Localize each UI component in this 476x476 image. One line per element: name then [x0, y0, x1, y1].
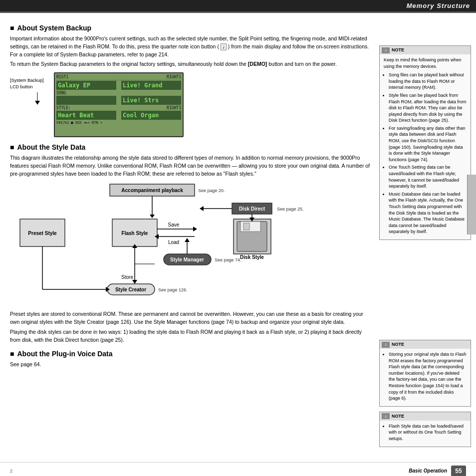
right-column: ♫ NOTE Keep in mind the following points…: [376, 18, 471, 452]
note-icon-2: ♫: [382, 342, 390, 348]
style-note-header: ♫ NOTE: [380, 340, 471, 349]
svg-text:See page 20.: See page 20.: [198, 188, 225, 193]
side-tab: [467, 175, 476, 235]
svg-text:Disk Style: Disk Style: [240, 254, 264, 260]
svg-text:See page 74.: See page 74.: [215, 257, 241, 262]
svg-text:Accompaniment playback: Accompaniment playback: [121, 188, 183, 193]
page-number-badge: 55: [451, 466, 466, 476]
style-note-box: ♫ NOTE Storing your original style data …: [379, 340, 471, 407]
style-diagram: Accompaniment playback See page 20. Disk…: [10, 182, 304, 306]
svg-text:Flash Style: Flash Style: [122, 231, 148, 236]
style-note-item-1: Storing your original style data to Flas…: [389, 351, 467, 402]
para-after-diagram-1: Preset styles are stored to conventional…: [10, 310, 371, 326]
backup-note-intro: Keep in mind the following points when u…: [384, 57, 467, 70]
backup-note-item-5: Music Database data can be loaded with t…: [389, 191, 467, 235]
svg-rect-19: [243, 223, 249, 230]
footer-right: Basic Operation 55: [409, 466, 466, 476]
svg-marker-1: [35, 101, 40, 105]
style-data-para: This diagram illustrates the relationshi…: [10, 154, 371, 178]
svg-text:Style Manager: Style Manager: [170, 257, 204, 262]
style-note-list: Storing your original style data to Flas…: [384, 351, 467, 402]
system-backup-para1: Important information about the 9000Pro'…: [10, 35, 371, 58]
icon-symbol: ♩: [221, 43, 227, 50]
flash-note-list: Flash Style data can be loaded/saved wit…: [384, 423, 467, 442]
svg-text:Disk Direct: Disk Direct: [239, 206, 265, 212]
lcd-screen: RIGT1 RIGHT1 Galaxy EP Live! Grand SONG …: [54, 72, 184, 137]
note-icon-3: ♫: [382, 413, 390, 419]
style-note-title: NOTE: [392, 341, 404, 348]
left-column: About System Backup Important informatio…: [10, 18, 376, 452]
lcd-display-container: [System Backup]LCD button RIGT1 RIGHT1: [10, 72, 371, 137]
lcd-label: [System Backup]LCD button: [10, 72, 50, 106]
system-backup-title: About System Backup: [10, 24, 371, 32]
svg-text:Store: Store: [121, 274, 133, 280]
svg-text:Preset Style: Preset Style: [28, 231, 57, 236]
plugin-voice-section: About the Plug-in Voice Data See page 64…: [10, 350, 371, 369]
main-content: About System Backup Important informatio…: [0, 13, 476, 457]
style-data-title: About the Style Data: [10, 143, 371, 151]
note-icon-1: ♫: [382, 47, 390, 53]
backup-note-item-3: For saving/loading any data other than s…: [389, 125, 467, 163]
svg-marker-31: [185, 238, 190, 242]
flash-style-note-box: ♫ NOTE Flash Style data can be loaded/sa…: [379, 412, 471, 447]
page-footer: 2 Basic Operation 55: [0, 462, 476, 476]
svg-text:See page 25.: See page 25.: [277, 207, 304, 212]
style-data-section: About the Style Data This diagram illust…: [10, 143, 371, 344]
flash-note-header: ♫ NOTE: [380, 412, 471, 421]
plugin-voice-title: About the Plug-in Voice Data: [10, 350, 371, 358]
page-header: Memory Structure: [0, 0, 476, 13]
backup-note-title: NOTE: [392, 47, 404, 53]
flash-note-item-1: Flash Style data can be loaded/saved wit…: [389, 423, 467, 442]
svg-text:Load: Load: [168, 239, 179, 245]
svg-marker-11: [200, 206, 204, 211]
footer-page-indicator: 2: [10, 469, 12, 474]
svg-marker-22: [193, 227, 197, 232]
backup-note-header: ♫ NOTE: [380, 46, 471, 54]
header-title: Memory Structure: [407, 2, 470, 9]
diagram-svg: Accompaniment playback See page 20. Disk…: [10, 182, 304, 306]
system-backup-section: About System Backup Important informatio…: [10, 24, 371, 137]
backup-note-item-4: One Touch Setting data can be saved/load…: [389, 164, 467, 189]
svg-text:Save: Save: [168, 222, 180, 228]
backup-note-list: Song files can be played back without lo…: [384, 72, 467, 235]
svg-marker-6: [150, 215, 155, 218]
lcd-arrow: [10, 90, 40, 105]
para-after-diagram-2: Playing the disk styles can be done in t…: [10, 328, 371, 344]
svg-marker-35: [132, 280, 137, 284]
svg-text:Style Creator: Style Creator: [115, 287, 146, 292]
backup-note-box: ♫ NOTE Keep in mind the following points…: [379, 45, 471, 240]
svg-text:See page 126.: See page 126.: [158, 287, 188, 292]
backup-note-item-2: Style files can be played back from Flas…: [389, 92, 467, 124]
plugin-voice-see-page: See page 64.: [10, 361, 371, 369]
flash-note-title: NOTE: [392, 413, 404, 420]
system-backup-para2: To return the System Backup parameters t…: [10, 60, 371, 68]
footer-section-label: Basic Operation: [409, 468, 447, 474]
backup-note-item-1: Song files can be played back without lo…: [389, 72, 467, 91]
